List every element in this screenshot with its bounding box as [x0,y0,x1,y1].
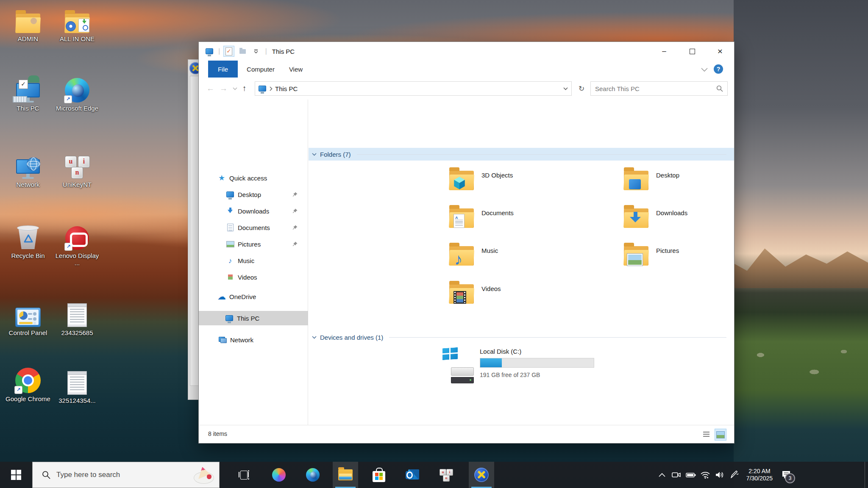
edge-icon [306,468,320,482]
wallpaper-right-landscape [734,0,868,488]
breadcrumb[interactable]: This PC [275,85,298,92]
desktop-icon-admin[interactable]: ADMIN [3,5,53,42]
minimize-button[interactable]: – [650,42,678,61]
pen-icon[interactable] [727,470,741,480]
start-button[interactable] [0,462,32,488]
x-app-button[interactable] [469,462,494,488]
folder-tile-downloads[interactable]: Downloads [624,208,734,241]
film-glyph [453,291,466,304]
person-glyph [28,18,39,32]
battery-icon[interactable] [684,472,698,478]
recent-locations-chevron-icon[interactable] [233,87,237,90]
window-controls: – × [650,42,734,61]
shortcut-arrow-icon: ↗ [14,386,22,394]
desktop-icon-label: Microsoft Edge [53,105,102,112]
nav-desktop[interactable]: Desktop [199,187,308,202]
file-explorer-button[interactable] [333,462,358,488]
desktop-icon-unikeynt[interactable]: u i n UniKeyNT [53,151,102,188]
nav-this-pc[interactable]: This PC [199,311,308,325]
help-button[interactable]: ? [714,64,723,74]
up-icon[interactable]: ↑ [242,84,247,93]
clock-time: 2:20 AM [741,468,778,475]
desktop-icon-control-panel[interactable]: Control Panel [3,299,53,336]
task-view-button[interactable] [231,462,256,488]
folder-tile-documents[interactable]: A Documents [449,208,615,241]
desktop-icon-file-325124354[interactable]: 325124354... [53,367,102,404]
nav-documents[interactable]: Documents [199,220,308,235]
collapse-chevron-icon[interactable] [312,153,317,156]
nav-videos[interactable]: Videos [199,270,308,284]
refresh-icon[interactable]: ↻ [579,84,584,93]
show-desktop-button[interactable] [865,462,868,488]
address-dropdown-chevron-icon[interactable] [563,87,568,90]
title-bar[interactable]: | ✓ | This PC – × [199,42,734,61]
nav-onedrive[interactable]: ☁ OneDrive [199,289,308,304]
outlook-button[interactable] [400,462,425,488]
tab-file[interactable]: File [208,61,238,78]
forward-icon[interactable]: → [220,84,228,93]
desktop-icon-recycle-bin[interactable]: Recycle Bin [3,222,53,259]
nav-quick-access[interactable]: ★ Quick access [199,171,308,185]
outlook-icon [406,469,419,481]
film-icon [226,274,234,280]
volume-icon[interactable] [712,471,727,479]
folder-tile-videos[interactable]: Videos [449,283,615,317]
tab-view[interactable]: View [284,61,308,78]
selected-checkbox[interactable]: ✓ [19,80,28,89]
nav-downloads[interactable]: Downloads [199,204,308,218]
star-icon: ★ [217,174,226,182]
folder-icon [624,246,648,266]
desktop-icon-google-chrome[interactable]: ↗ Google Chrome [3,365,53,402]
drive-free-space: 191 GB free of 237 GB [480,372,540,378]
group-header-folders[interactable]: Folders (7) [309,148,734,161]
customize-qat-dropdown-icon[interactable] [250,46,262,57]
microsoft-store-button[interactable] [366,462,392,488]
network-icon [218,337,227,343]
desktop-icon-lenovo-display[interactable]: ↗ Lenovo Display ... [53,222,102,266]
new-folder-icon[interactable] [237,46,248,57]
windows-logo-icon [11,470,21,480]
collapse-chevron-icon[interactable] [312,336,317,339]
search-icon[interactable] [716,85,723,92]
search-box[interactable]: Search This PC [590,81,728,96]
wifi-icon[interactable] [698,471,712,479]
folder-tile-desktop[interactable]: Desktop [624,170,734,204]
folder-tile-music[interactable]: ♪ Music [449,245,615,279]
nav-network[interactable]: Network [199,333,308,347]
nav-pictures[interactable]: Pictures [199,237,308,251]
unikey-button[interactable]: uin [433,462,459,488]
cheesecake-search-highlight-image[interactable] [194,466,213,485]
meet-now-camera-icon[interactable] [669,471,684,479]
drive-tile-local-disk-c[interactable]: Local Disk (C:) 191 GB free of 237 GB [442,348,620,390]
folder-tile-pictures[interactable]: Pictures [624,245,734,279]
back-icon[interactable]: ← [206,84,214,93]
desktop-icon-microsoft-edge[interactable]: ↗ Microsoft Edge [53,75,102,112]
large-icons-view-icon[interactable] [715,429,726,441]
down-arrow-glyph [630,212,641,228]
hidden-icons-chevron-icon[interactable] [655,473,669,477]
breadcrumb-chevron-icon [270,86,273,91]
desktop-icon-all-in-one[interactable]: ALL IN ONE [53,5,102,42]
group-header-devices[interactable]: Devices and drives (1) [309,331,734,344]
desktop-icon-label: This PC [3,105,53,112]
taskbar-search-box[interactable]: Type here to search [32,462,220,488]
action-center-button[interactable]: 3 [778,470,795,480]
expand-ribbon-chevron-icon[interactable] [701,66,708,73]
address-bar[interactable]: This PC [255,81,572,96]
tab-computer[interactable]: Computer [243,61,278,78]
details-view-icon[interactable] [700,429,712,441]
nav-music[interactable]: ♪ Music [199,253,308,268]
background-window[interactable] [188,59,199,400]
system-menu-computer-icon[interactable] [204,46,215,57]
navigation-arrows: ← → ↑ [206,78,247,100]
properties-check-icon[interactable]: ✓ [223,46,234,57]
page-glyph: A [453,214,465,228]
edge-button[interactable] [300,462,326,488]
copilot-button[interactable] [266,462,292,488]
taskbar-clock[interactable]: 2:20 AM 7/30/2025 [741,468,778,482]
folder-tile-3d-objects[interactable]: 3D Objects [449,170,615,204]
desktop-icon-file-234325685[interactable]: 234325685 [53,299,102,336]
close-button[interactable]: × [706,42,734,61]
desktop-icon-network[interactable]: Network [3,151,53,188]
maximize-button[interactable] [678,42,706,61]
